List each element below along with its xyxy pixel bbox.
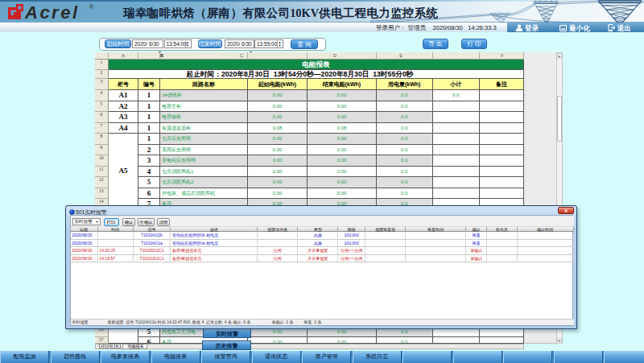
svg-text:®: ® <box>89 4 94 10</box>
svg-text:Acrel: Acrel <box>24 2 80 22</box>
